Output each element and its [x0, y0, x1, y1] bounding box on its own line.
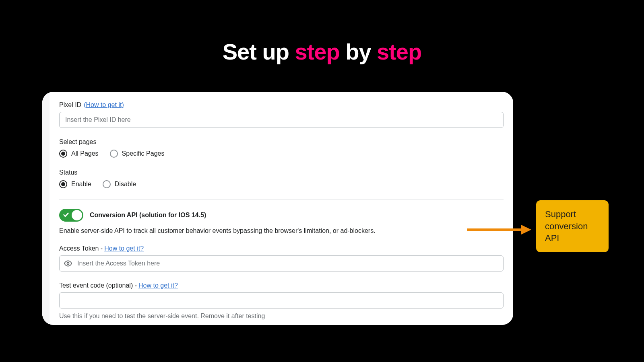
- svg-point-0: [67, 263, 69, 265]
- page-headline: Set up step by step: [0, 0, 644, 65]
- headline-pink2: step: [377, 39, 421, 64]
- conversion-api-toggle[interactable]: [59, 209, 83, 222]
- access-token-label: Access Token -: [59, 245, 103, 252]
- access-token-input[interactable]: [59, 255, 504, 272]
- status-radio-group: Enable Disable: [59, 180, 504, 188]
- select-pages-label: Select pages: [59, 138, 504, 146]
- settings-panel: Pixel ID (How to get it) Select pages Al…: [42, 92, 513, 325]
- radio-circle-icon: [59, 180, 67, 188]
- conversion-api-description: Enable server-side API to track all cust…: [59, 227, 504, 234]
- radio-circle-icon: [59, 150, 67, 158]
- toggle-knob: [72, 210, 82, 220]
- radio-enable[interactable]: Enable: [59, 180, 91, 188]
- callout-box: Support conversion API: [536, 200, 609, 252]
- pixel-id-label: Pixel ID: [59, 101, 81, 109]
- radio-all-pages[interactable]: All Pages: [59, 150, 99, 158]
- pixel-id-input[interactable]: [59, 112, 504, 128]
- radio-disable-label: Disable: [115, 181, 136, 188]
- pixel-id-help-link[interactable]: (How to get it): [84, 101, 124, 109]
- radio-enable-label: Enable: [71, 181, 91, 188]
- radio-all-pages-label: All Pages: [71, 150, 99, 157]
- status-label: Status: [59, 169, 504, 176]
- select-pages-radio-group: All Pages Specific Pages: [59, 150, 504, 158]
- access-token-help-link[interactable]: How to get it?: [104, 245, 144, 252]
- callout-text: Support conversion API: [545, 209, 588, 243]
- radio-disable[interactable]: Disable: [103, 180, 136, 188]
- radio-circle-icon: [103, 180, 111, 188]
- left-gutter: [42, 92, 50, 325]
- test-event-helper: Use this if you need to test the server-…: [59, 313, 504, 320]
- check-icon: [63, 212, 69, 218]
- eye-icon: [64, 259, 72, 267]
- headline-pink1: step: [295, 39, 339, 64]
- test-event-label: Test event code (optional) -: [59, 282, 137, 289]
- svg-marker-2: [521, 225, 531, 234]
- conversion-api-title: Conversion API (solution for IOS 14.5): [90, 212, 206, 219]
- radio-circle-icon: [110, 150, 118, 158]
- test-event-help-link[interactable]: How to get it?: [138, 282, 178, 289]
- radio-specific-pages[interactable]: Specific Pages: [110, 150, 165, 158]
- headline-part1: Set up: [223, 39, 295, 64]
- section-divider: [59, 200, 504, 200]
- radio-specific-pages-label: Specific Pages: [122, 150, 165, 157]
- test-event-input[interactable]: [59, 292, 504, 309]
- headline-part2: by: [340, 39, 377, 64]
